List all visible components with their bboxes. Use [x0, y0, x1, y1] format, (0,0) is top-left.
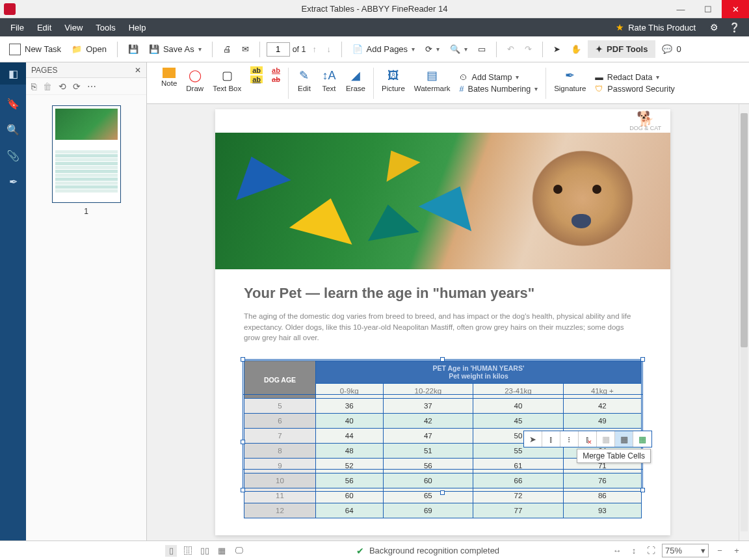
zoom-in-icon[interactable]: + [731, 545, 742, 557]
left-nav-strip: ◧ 🔖 🔍 📎 ✒ [0, 62, 26, 540]
view-thumbnails-icon[interactable]: ▦ [216, 545, 228, 557]
password-security-button[interactable]: 🛡Password Security [595, 85, 675, 94]
merge-cells-button[interactable]: ▦ [615, 431, 633, 447]
rotate-icon: ⟳ [425, 44, 432, 54]
tooltip: Merge Table Cells [577, 449, 651, 463]
picture-button[interactable]: 🖼Picture [382, 65, 405, 92]
bates-numbering-button[interactable]: #Bates Numbering [460, 85, 538, 94]
split-cells-button[interactable]: ▦ [597, 431, 615, 447]
hand-tool[interactable]: ✋ [567, 42, 585, 57]
menu-help[interactable]: Help [122, 23, 153, 33]
attachments-nav-icon[interactable]: 📎 [6, 148, 20, 163]
print-button[interactable]: 🖨 [219, 42, 235, 57]
more-icon[interactable]: ⋯ [87, 81, 96, 92]
text-box-button[interactable]: ▢Text Box [213, 65, 241, 92]
open-button[interactable]: 📁Open [68, 42, 111, 57]
save-button[interactable]: 💾 [124, 42, 142, 57]
maximize-button[interactable]: ☐ [694, 0, 722, 18]
add-page-icon[interactable]: ⎘ [31, 81, 36, 92]
zoom-out-icon[interactable]: − [714, 545, 726, 557]
new-task-button[interactable]: New Task [5, 41, 65, 58]
next-page-button[interactable]: ↓ [323, 44, 335, 55]
fit-width-icon[interactable]: ↔ [611, 545, 623, 557]
highlight-icon[interactable]: ab [250, 66, 263, 74]
document-heading: Your Pet — learn the age in "human years… [244, 285, 642, 302]
email-button[interactable]: ✉ [238, 42, 253, 57]
prev-page-button[interactable]: ↑ [309, 44, 321, 55]
add-pages-button[interactable]: 📄Add Pages [348, 42, 419, 57]
view-presentation-icon[interactable]: 🖵 [233, 545, 244, 557]
save-as-button[interactable]: 💾Save As [145, 42, 205, 57]
add-pages-icon: 📄 [352, 44, 363, 54]
picture-icon: 🖼 [386, 68, 401, 83]
watermark-icon: ▤ [425, 68, 440, 83]
underline-icon[interactable]: ab [272, 66, 280, 74]
close-panel-icon[interactable]: ✕ [135, 66, 141, 75]
dog-cat-icon: 🐕 [629, 113, 661, 125]
redact-data-button[interactable]: ▬Redact Data [595, 73, 675, 82]
signature-button[interactable]: ✒Signature [554, 65, 586, 92]
status-message: Background recognition completed [369, 546, 499, 555]
signatures-nav-icon[interactable]: ✒ [6, 174, 20, 189]
rotate-left-icon[interactable]: ⟲ [59, 81, 66, 92]
add-horizontal-separator[interactable]: ⫶ [560, 431, 579, 447]
pages-nav-icon[interactable]: ◧ [0, 62, 26, 85]
pointer-icon: ➤ [553, 44, 560, 54]
table-select-tool[interactable]: ➤ [524, 431, 542, 447]
underline-hl-icon[interactable]: ab [250, 75, 263, 83]
hand-icon: ✋ [571, 44, 581, 54]
rate-product-button[interactable]: ★ Rate This Product [616, 22, 696, 33]
fit-page-icon[interactable]: ↕ [628, 545, 640, 557]
page-thumbnail-1[interactable] [52, 105, 121, 203]
bookmarks-nav-icon[interactable]: 🔖 [6, 96, 20, 111]
draw-button[interactable]: ◯Draw [186, 65, 204, 92]
search-nav-icon[interactable]: 🔍 [6, 122, 20, 137]
fullscreen-icon[interactable]: ⛶ [645, 545, 657, 557]
menu-tools[interactable]: Tools [89, 23, 122, 33]
shield-icon: 🛡 [595, 85, 603, 94]
settings-icon[interactable]: ⚙ [710, 22, 718, 33]
menu-view[interactable]: View [58, 23, 89, 33]
save-icon: 💾 [128, 44, 138, 54]
table-area-button[interactable]: ▦ [633, 431, 651, 447]
minimize-button[interactable]: — [667, 0, 694, 18]
note-button[interactable]: Note [161, 65, 177, 87]
vertical-scrollbar[interactable] [739, 104, 749, 540]
undo-button[interactable]: ↶ [503, 42, 518, 57]
status-ok-icon: ✔ [356, 546, 364, 556]
erase-button[interactable]: ◢Erase [346, 65, 365, 92]
redo-button[interactable]: ↷ [521, 42, 536, 57]
delete-separator[interactable]: ⫿✕ [579, 431, 597, 447]
view-continuous-icon[interactable]: ⿲ [182, 545, 194, 557]
menu-edit[interactable]: Edit [31, 23, 58, 33]
pdf-tools-button[interactable]: ✦PDF Tools [588, 40, 655, 58]
erase-icon: ◢ [348, 68, 363, 83]
find-button[interactable]: 🔍 [446, 42, 471, 57]
rotate-right-icon[interactable]: ⟳ [73, 81, 81, 92]
rotate-button[interactable]: ⟳ [421, 42, 443, 57]
hero-image [215, 133, 670, 269]
document-paragraph: The aging of the domestic dog varies fro… [244, 311, 642, 343]
delete-page-icon[interactable]: 🗑 [43, 81, 52, 92]
pages-panel-header: PAGES ✕ [26, 62, 146, 78]
edit-button[interactable]: ✎Edit [296, 65, 312, 92]
zoom-select[interactable]: 75%▾ [662, 544, 709, 557]
help-icon[interactable]: ❔ [729, 22, 740, 33]
crop-button[interactable]: ▭ [474, 42, 490, 57]
watermark-button[interactable]: ▤Watermark [414, 65, 451, 92]
pointer-tool[interactable]: ➤ [549, 42, 564, 57]
strikeout-icon[interactable]: ab [272, 75, 280, 83]
add-stamp-button[interactable]: ⏲Add Stamp [460, 73, 538, 82]
page-number-input[interactable] [267, 42, 290, 57]
view-single-page-icon[interactable]: ▯ [165, 545, 177, 557]
close-button[interactable]: ✕ [722, 0, 749, 18]
comments-button[interactable]: 💬0 [658, 42, 685, 57]
undo-icon: ↶ [507, 44, 514, 54]
text-button[interactable]: ↕AText [321, 65, 337, 92]
text-box-icon: ▢ [219, 68, 235, 83]
bates-icon: # [460, 85, 464, 94]
document-canvas[interactable]: 🐕 DOG & CAT Your Pet — learn the age in … [147, 104, 739, 540]
menu-file[interactable]: File [4, 23, 31, 33]
add-vertical-separator[interactable]: ⫿ [542, 431, 560, 447]
view-two-page-icon[interactable]: ▯▯ [199, 545, 211, 557]
